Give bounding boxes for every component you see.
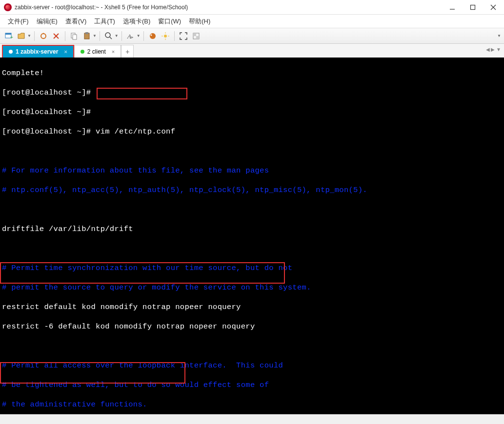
terminal-line <box>2 244 502 253</box>
maximize-button[interactable] <box>466 0 480 14</box>
terminal-line <box>2 205 502 214</box>
reconnect-icon[interactable] <box>38 30 49 42</box>
fullscreen-icon[interactable] <box>178 30 189 42</box>
color-scheme-icon[interactable] <box>147 30 159 42</box>
svg-rect-13 <box>85 32 88 34</box>
menu-help[interactable]: 帮助(H) <box>185 15 214 28</box>
chevron-down-icon[interactable]: ▼ <box>115 34 119 38</box>
terminal-output[interactable]: Complete! [root@localhost ~]# [root@loca… <box>0 58 504 414</box>
app-icon <box>4 3 12 11</box>
status-dot-icon <box>81 50 84 54</box>
close-button[interactable] <box>486 0 500 14</box>
chevron-down-icon[interactable]: ▼ <box>137 34 141 38</box>
terminal-comment: # ntp.conf(5), ntp_acc(5), ntp_auth(5), … <box>2 185 502 195</box>
tab-client[interactable]: 2 client × <box>74 45 121 58</box>
svg-text:+: + <box>10 35 13 40</box>
separator <box>34 31 35 41</box>
terminal-line: restrict -6 default kod nomodify notrap … <box>2 322 502 331</box>
terminal-line: restrict default kod nomodify notrap nop… <box>2 302 502 312</box>
close-icon[interactable]: × <box>112 49 115 55</box>
toolbar: + ▼ ▼ ▼ A▸ ▼ ▼ <box>0 28 504 44</box>
menu-file[interactable]: 文件(F) <box>4 15 33 28</box>
svg-text:A: A <box>127 33 131 40</box>
terminal-line: Complete! <box>2 68 502 78</box>
new-tab-button[interactable]: + <box>121 45 134 58</box>
window-controls <box>445 0 500 14</box>
chevron-down-icon[interactable]: ▼ <box>93 34 97 38</box>
separator <box>100 31 100 41</box>
terminal-comment: # Permit all access over the loopback in… <box>2 361 502 370</box>
svg-point-14 <box>105 33 110 38</box>
terminal-comment: # permit the source to query or modify t… <box>2 283 502 292</box>
chevron-down-icon[interactable]: ▼ <box>27 34 31 38</box>
transparency-icon[interactable] <box>190 30 202 42</box>
paste-icon[interactable] <box>81 30 93 42</box>
terminal-line: [root@localhost ~]# vim /etc/ntp.conf <box>2 127 502 136</box>
separator <box>121 31 122 41</box>
titlebar: zabbix-server - root@localhost:~ - Xshel… <box>0 0 504 15</box>
terminal-line <box>2 146 502 156</box>
svg-point-19 <box>150 34 152 36</box>
svg-point-18 <box>150 33 156 39</box>
svg-point-7 <box>41 34 46 39</box>
disconnect-icon[interactable] <box>50 30 62 42</box>
separator <box>143 31 144 41</box>
terminal-comment: # For more information about this file, … <box>2 166 502 175</box>
terminal-comment: # the administrative functions. <box>2 400 502 409</box>
svg-rect-26 <box>193 33 196 36</box>
menu-edit[interactable]: 编辑(E) <box>33 15 61 28</box>
menubar: 文件(F) 编辑(E) 查看(V) 工具(T) 选项卡(B) 窗口(W) 帮助(… <box>0 15 504 28</box>
font-icon[interactable]: A▸ <box>125 30 137 42</box>
menu-tools[interactable]: 工具(T) <box>90 15 119 28</box>
separator <box>174 31 175 41</box>
find-icon[interactable] <box>103 30 115 42</box>
tabbar: 1 zabbix-server × 2 client × + ◀ ▶ ▼ <box>0 44 504 58</box>
highlight-icon[interactable] <box>160 30 171 42</box>
terminal-line: [root@localhost ~]# <box>2 88 502 97</box>
svg-rect-27 <box>196 36 199 39</box>
window-title: zabbix-server - root@localhost:~ - Xshel… <box>15 4 445 11</box>
terminal-line: driftfile /var/lib/ntp/drift <box>2 224 502 234</box>
open-session-icon[interactable] <box>16 30 27 42</box>
terminal-line: [root@localhost ~]# <box>2 107 502 117</box>
tab-zabbix-server[interactable]: 1 zabbix-server × <box>2 45 74 58</box>
separator <box>65 31 65 41</box>
svg-line-15 <box>110 37 112 39</box>
tab-navigation[interactable]: ◀ ▶ ▼ <box>486 47 501 52</box>
menu-window[interactable]: 窗口(W) <box>154 15 185 28</box>
copy-icon[interactable] <box>68 30 80 42</box>
svg-rect-1 <box>471 5 475 9</box>
tab-label: 1 zabbix-server <box>16 48 58 55</box>
new-session-icon[interactable]: + <box>3 30 15 42</box>
toolbar-overflow-icon[interactable]: ▼ <box>497 34 501 38</box>
terminal-comment: # Permit time synchronization with our t… <box>2 263 502 273</box>
close-icon[interactable]: × <box>64 49 67 55</box>
menu-view[interactable]: 查看(V) <box>61 15 90 28</box>
tab-label: 2 client <box>87 48 106 55</box>
terminal-comment: # be tightened as well, but to do so wou… <box>2 380 502 390</box>
svg-text:▸: ▸ <box>131 35 134 39</box>
minimize-button[interactable] <box>445 0 459 14</box>
svg-rect-11 <box>73 35 77 39</box>
status-dot-icon <box>9 50 13 54</box>
terminal-line <box>2 341 502 351</box>
menu-tabs[interactable]: 选项卡(B) <box>119 15 154 28</box>
svg-point-20 <box>164 35 167 38</box>
